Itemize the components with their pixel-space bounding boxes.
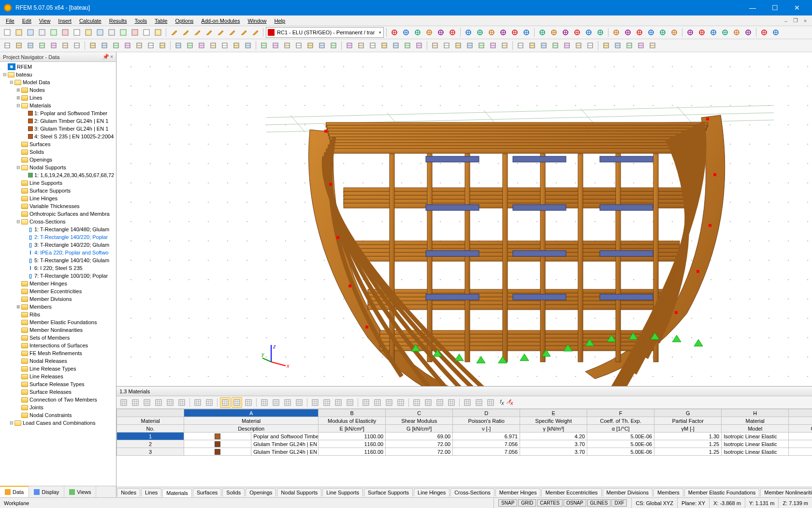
tb2-btn-46[interactable] [562,40,572,51]
tree-line_hinges[interactable]: Line Hinges [0,194,116,202]
tree-rest-0[interactable]: Member Hinges [0,280,116,287]
tb2-btn-34[interactable] [414,40,424,51]
tbltool-18[interactable] [345,397,355,408]
menu-file[interactable]: File [2,17,18,25]
tbltool-22[interactable] [395,397,406,408]
tbltool-4[interactable] [165,397,175,408]
tbltool-14[interactable] [294,397,304,408]
tb2-btn-39[interactable] [476,40,487,51]
minimize-button[interactable]: — [741,0,764,15]
mdi-restore[interactable]: ❐ [791,17,800,24]
navigator-tree[interactable]: ▣RFEM⊟bateau⊟Model Data⊞Nodes⊞Lines⊟Mate… [0,62,116,486]
tree-rest-8[interactable]: Intersections of Surfaces [0,342,116,349]
tbltool-20[interactable] [372,397,383,408]
tree-cs-2[interactable]: ▯3: T-Rectangle 140/220; Glulam [0,241,116,249]
tbltool-11[interactable] [259,397,270,408]
tb2-btn-25[interactable] [305,40,316,51]
tb1-tool-30[interactable] [759,27,769,38]
tb2-btn-5[interactable] [60,40,71,51]
tb1-tool-22[interactable] [657,27,668,38]
tbltool-12[interactable] [271,397,281,408]
tb2-btn-47[interactable] [573,40,584,51]
tbltool-27[interactable] [462,397,473,408]
tb2-btn-37[interactable] [453,40,464,51]
tb1-tool-21[interactable] [646,27,656,38]
navtab-display[interactable]: Display [29,486,64,497]
table-tab-cross-sections[interactable]: Cross-Sections [450,488,494,496]
tb2-btn-9[interactable] [111,40,121,51]
tree-openings[interactable]: Openings [0,156,116,164]
tb1-tool-7[interactable] [475,27,485,38]
tb2-btn-35[interactable] [430,40,440,51]
tree-rest-3[interactable]: ⊞Members [0,303,116,311]
tb1-edit-0[interactable] [169,27,179,38]
status-toggle-cartes[interactable]: CARTES [537,499,562,507]
tb2-btn-44[interactable] [538,40,549,51]
tree-model-data[interactable]: ⊟Model Data [0,78,116,86]
tb1-tool-2[interactable] [412,27,423,38]
tb1-tool-24[interactable] [685,27,696,38]
tb2-btn-20[interactable] [243,40,253,51]
tb1-btn-1[interactable] [14,27,24,38]
menu-options[interactable]: Options [171,17,197,25]
tbltool-1[interactable] [130,397,141,408]
tbltool-6[interactable] [192,397,203,408]
tbltool-25[interactable] [435,397,445,408]
tb1-tool-19[interactable] [623,27,633,38]
tb1-tool-14[interactable] [560,27,571,38]
tree-rest-16[interactable]: Joints [0,403,116,411]
tb2-btn-21[interactable] [259,40,269,51]
tb2-btn-7[interactable] [87,40,98,51]
menu-table[interactable]: Table [151,17,171,25]
tree-line_supports[interactable]: Line Supports [0,179,116,187]
tb1-tool-6[interactable] [463,27,474,38]
tree-rest-7[interactable]: Sets of Members [0,334,116,342]
tb2-btn-6[interactable] [72,40,82,51]
tb1-tool-12[interactable] [537,27,548,38]
tb1-edit-4[interactable] [215,27,226,38]
tb1-btn-8[interactable] [95,27,105,38]
table-row[interactable]: 3Glulam Timber GL24h | EN 1995-1-1:20011… [117,448,812,456]
close-panel-icon[interactable]: × [110,54,113,60]
tbltool-7[interactable] [204,397,215,408]
tb1-tool-13[interactable] [549,27,559,38]
tb2-btn-10[interactable] [122,40,133,51]
tb2-btn-53[interactable] [647,40,658,51]
tb1-tool-28[interactable] [731,27,742,38]
tb1-tool-27[interactable] [720,27,730,38]
tb1-edit-7[interactable] [250,27,261,38]
tbltool-15[interactable] [310,397,320,408]
tb1-tool-29[interactable] [743,27,754,38]
tb1-tool-31[interactable] [770,27,781,38]
tb2-btn-17[interactable] [208,40,218,51]
tb2-btn-41[interactable] [499,40,510,51]
tree-cs-6[interactable]: ▯7: T-Rectangle 100/100; Poplar [0,272,116,280]
tree-rest-9[interactable]: FE Mesh Refinements [0,349,116,357]
menu-edit[interactable]: Edit [18,17,35,25]
tb1-tool-10[interactable] [509,27,520,38]
tbltool-28[interactable] [474,397,484,408]
table-tab-surfaces[interactable]: Surfaces [193,488,221,496]
table-tab-lines[interactable]: Lines [141,488,161,496]
menu-calculate[interactable]: Calculate [75,17,105,25]
tb2-btn-32[interactable] [391,40,401,51]
tb2-btn-3[interactable] [37,40,47,51]
tree-material-1[interactable]: 2: Glulam Timber GL24h | EN 1 [0,117,116,125]
tb2-btn-26[interactable] [317,40,327,51]
tree-surface_supports[interactable]: Surface Supports [0,187,116,194]
tree-root-app[interactable]: ▣RFEM [0,63,116,71]
tb2-btn-43[interactable] [527,40,537,51]
tb1-tool-16[interactable] [583,27,594,38]
tbltool-13[interactable] [282,397,293,408]
tree-cs-3[interactable]: I4: IPEa 220; Poplar and Softwo [0,249,116,256]
status-toggle-snap[interactable]: SNAP [498,499,517,507]
tbltool-3[interactable] [153,397,164,408]
tbltool-10[interactable] [243,397,254,408]
close-button[interactable]: ✕ [786,0,808,15]
tb2-btn-52[interactable] [636,40,646,51]
tb2-btn-45[interactable] [550,40,561,51]
table-tab-members[interactable]: Members [653,488,683,496]
menu-results[interactable]: Results [105,17,131,25]
tb1-tool-23[interactable] [669,27,680,38]
navtab-data[interactable]: Data [0,486,29,497]
